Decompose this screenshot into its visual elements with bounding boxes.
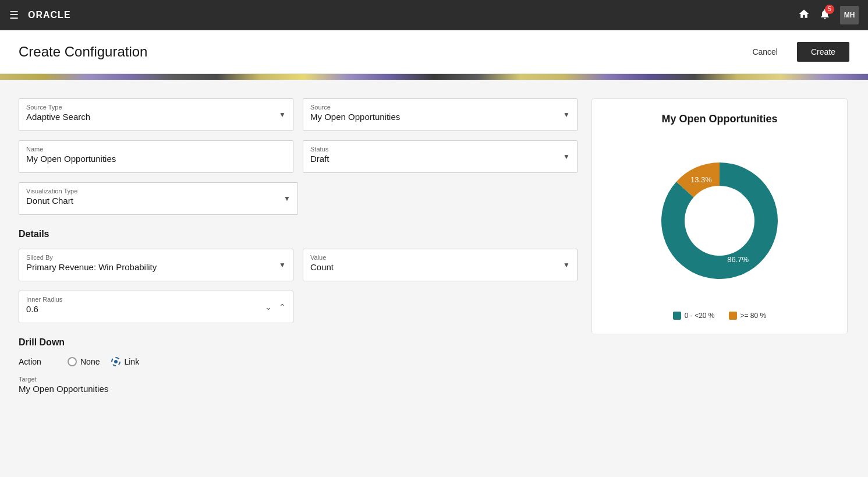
home-icon[interactable] bbox=[798, 8, 810, 23]
viz-type-dropdown-icon: ▼ bbox=[284, 195, 290, 203]
notification-icon[interactable]: 5 bbox=[819, 8, 831, 23]
name-status-row: Name Status Draft ▼ bbox=[19, 140, 578, 173]
radio-link-circle bbox=[111, 357, 121, 366]
notification-badge: 5 bbox=[825, 5, 834, 14]
sliced-by-dropdown-icon: ▼ bbox=[279, 261, 286, 269]
inner-radius-label: Inner Radius bbox=[26, 296, 265, 303]
preview-card: My Open Opportunities 86.7% 13.3% bbox=[591, 98, 848, 334]
sliced-by-field[interactable]: Sliced By Primary Revenue: Win Probabili… bbox=[19, 249, 293, 281]
legend-item-orange: >= 80 % bbox=[729, 312, 767, 320]
viz-type-value: Donut Chart bbox=[26, 196, 73, 206]
radio-none-circle bbox=[68, 357, 77, 366]
value-dropdown-icon: ▼ bbox=[563, 261, 570, 269]
legend-item-teal: 0 - <20 % bbox=[673, 312, 715, 320]
preview-title: My Open Opportunities bbox=[606, 113, 833, 125]
donut-chart: 86.7% 13.3% bbox=[638, 139, 801, 302]
sliced-value-row: Sliced By Primary Revenue: Win Probabili… bbox=[19, 249, 578, 281]
cancel-button[interactable]: Cancel bbox=[740, 42, 790, 62]
stepper-up-button[interactable]: ⌃ bbox=[277, 301, 288, 313]
drill-down-header: Drill Down bbox=[19, 337, 578, 348]
orange-label: 13.3% bbox=[690, 175, 712, 184]
name-label: Name bbox=[26, 146, 286, 153]
viz-type-field[interactable]: Visualization Type Donut Chart ▼ bbox=[19, 182, 298, 215]
value-field[interactable]: Value Count ▼ bbox=[303, 249, 578, 281]
main-content: Source Type Adaptive Search ▼ Source My … bbox=[0, 80, 868, 412]
source-field[interactable]: Source My Open Opportunities ▼ bbox=[303, 98, 578, 131]
legend-label-teal: 0 - <20 % bbox=[685, 312, 715, 320]
name-field[interactable]: Name bbox=[19, 140, 293, 173]
source-type-dropdown-icon: ▼ bbox=[279, 111, 286, 119]
page-title-bar: Create Configuration Cancel Create bbox=[0, 30, 868, 74]
stepper-buttons: ⌄ ⌃ bbox=[263, 301, 288, 313]
source-row: Source Type Adaptive Search ▼ Source My … bbox=[19, 98, 578, 131]
source-type-label: Source Type bbox=[26, 104, 286, 111]
viz-type-row: Visualization Type Donut Chart ▼ bbox=[19, 182, 298, 215]
source-dropdown-icon: ▼ bbox=[563, 111, 570, 119]
form-section: Source Type Adaptive Search ▼ Source My … bbox=[19, 98, 578, 394]
oracle-logo: ORACLE bbox=[28, 10, 71, 20]
status-field[interactable]: Status Draft ▼ bbox=[303, 140, 578, 173]
radio-none-label: None bbox=[80, 357, 100, 366]
source-type-field[interactable]: Source Type Adaptive Search ▼ bbox=[19, 98, 293, 131]
source-type-value: Adaptive Search bbox=[26, 112, 90, 122]
app-header: ☰ ORACLE 5 MH bbox=[0, 0, 868, 30]
action-radio-group: None Link bbox=[68, 357, 139, 366]
status-label: Status bbox=[310, 146, 570, 153]
chart-container: 86.7% 13.3% 0 - <20 % >= 80 % bbox=[606, 139, 833, 320]
status-value: Draft bbox=[310, 154, 330, 164]
inner-radius-value: 0.6 bbox=[26, 304, 38, 314]
legend-label-orange: >= 80 % bbox=[741, 312, 767, 320]
sliced-by-label: Sliced By bbox=[26, 254, 286, 261]
sliced-by-value: Primary Revenue: Win Probability bbox=[26, 262, 157, 272]
status-dropdown-icon: ▼ bbox=[563, 153, 570, 161]
name-input[interactable] bbox=[26, 154, 286, 164]
donut-hole bbox=[686, 187, 753, 255]
details-header: Details bbox=[19, 229, 578, 239]
avatar[interactable]: MH bbox=[840, 6, 859, 24]
viz-type-label: Visualization Type bbox=[26, 188, 290, 195]
radio-link[interactable]: Link bbox=[111, 357, 139, 366]
stepper-down-button[interactable]: ⌄ bbox=[263, 301, 274, 313]
chart-legend: 0 - <20 % >= 80 % bbox=[673, 312, 766, 320]
target-value: My Open Opportunities bbox=[19, 384, 578, 394]
decorative-band bbox=[0, 74, 868, 80]
legend-color-orange bbox=[729, 312, 737, 320]
target-label: Target bbox=[19, 376, 578, 383]
teal-label: 86.7% bbox=[727, 255, 749, 264]
legend-color-teal bbox=[673, 312, 681, 320]
create-button[interactable]: Create bbox=[797, 42, 849, 62]
target-section: Target My Open Opportunities bbox=[19, 376, 578, 394]
source-label: Source bbox=[310, 104, 570, 111]
radio-none[interactable]: None bbox=[68, 357, 100, 366]
hamburger-menu-icon[interactable]: ☰ bbox=[9, 9, 19, 22]
page-title: Create Configuration bbox=[19, 44, 147, 60]
value-label: Value bbox=[310, 254, 570, 261]
action-label: Action bbox=[19, 357, 54, 366]
radio-link-label: Link bbox=[124, 357, 139, 366]
action-row: Action None Link bbox=[19, 357, 578, 366]
source-value: My Open Opportunities bbox=[310, 112, 400, 122]
value-value: Count bbox=[310, 262, 334, 272]
inner-radius-field[interactable]: Inner Radius 0.6 ⌄ ⌃ bbox=[19, 291, 293, 323]
